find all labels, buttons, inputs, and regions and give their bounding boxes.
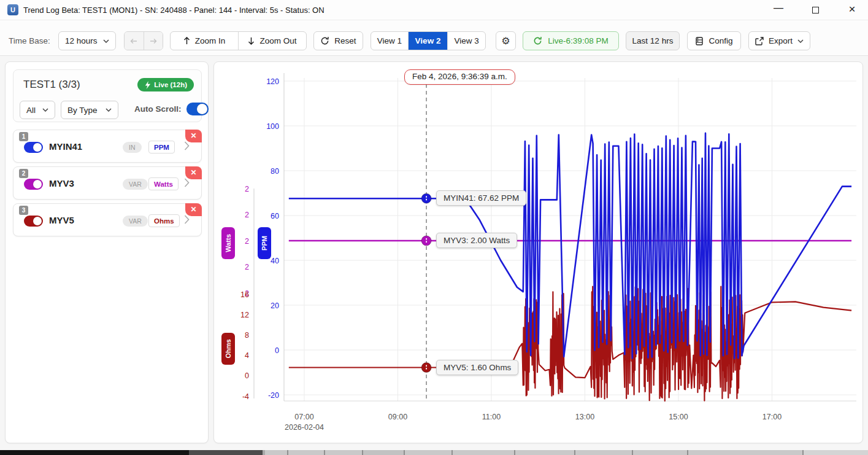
back-icon	[130, 38, 137, 44]
ppm-tick-label: 40	[271, 257, 279, 265]
filter-all-select[interactable]: All	[20, 101, 55, 119]
ppm-tick-label: -20	[268, 391, 279, 400]
marker-label-myv3: MYV3: 2.00 Watts	[436, 233, 517, 248]
live-badge: Live (12h)	[137, 78, 194, 91]
time-tick-label: 09:00	[388, 413, 407, 421]
channel-name: MYV5	[49, 215, 74, 225]
time-base-select[interactable]: 12 hours	[58, 31, 116, 50]
maximize-button[interactable]	[805, 1, 826, 18]
channel-index-badge: 2	[19, 169, 28, 178]
reset-button[interactable]: Reset	[313, 31, 363, 50]
toggle-knob	[33, 180, 42, 189]
back-button[interactable]	[125, 32, 144, 50]
view-group: View 1 View 2 View 3	[371, 31, 486, 50]
taskbar-sliver[interactable]	[0, 450, 868, 455]
time-tick-label: 15:00	[669, 413, 688, 421]
arrow-down-icon	[248, 37, 255, 45]
ppm-axis-pill: PPM	[258, 227, 271, 259]
zoom-in-button[interactable]: Zoom In	[171, 32, 238, 50]
ppm-tick-label: 60	[271, 212, 279, 220]
zoom-out-button[interactable]: Zoom Out	[238, 32, 306, 50]
tab-view-1[interactable]: View 1	[371, 32, 408, 50]
time-tick-label: 07:00	[294, 413, 313, 421]
channel-item-myv3[interactable]: 2 MYV3 VAR Watts ✕	[13, 166, 202, 200]
marker-label-myin41: MYIN41: 67.62 PPM	[436, 190, 526, 206]
cursor-marker-myv5	[421, 363, 431, 373]
tab-view-3[interactable]: View 3	[447, 32, 485, 50]
trend-chart-panel[interactable]: 120100806040200-20222221612840-407:0009:…	[213, 61, 863, 443]
app-icon: U	[7, 4, 18, 15]
live-status-button[interactable]: Live-6:39:08 PM	[523, 31, 619, 50]
channel-toggle[interactable]	[24, 216, 43, 227]
reset-label: Reset	[334, 36, 356, 45]
zoom-in-label: Zoom In	[195, 36, 226, 45]
toggle-knob	[33, 143, 42, 152]
main-area: TEST1 (3/3) Live (12h) All By Type Auto …	[0, 56, 868, 450]
cursor-marker-myv3	[421, 236, 431, 246]
filter-all-value: All	[26, 106, 36, 115]
close-button[interactable]: ×	[842, 1, 862, 18]
chevron-right-icon[interactable]	[184, 215, 190, 224]
last-range-label: Last 12 hrs	[632, 36, 674, 45]
cursor-marker-myin41	[421, 193, 431, 203]
history-nav-group	[124, 31, 163, 50]
tab-view-2[interactable]: View 2	[408, 32, 448, 50]
ohms-tick-label: 4	[245, 351, 249, 360]
live-badge-label: Live (12h)	[154, 81, 187, 88]
watts-tick-label: 2	[245, 237, 249, 246]
chevron-right-icon[interactable]	[184, 141, 190, 150]
watts-tick-label: 2	[245, 211, 249, 219]
zoom-out-label: Zoom Out	[259, 36, 296, 45]
refresh-icon	[533, 36, 542, 45]
forward-icon	[150, 38, 157, 44]
channel-item-myin41[interactable]: 1 MYIN41 IN PPM ✕	[13, 130, 202, 163]
sidebar-header: TEST1 (3/3) Live (12h) All By Type Auto …	[13, 69, 202, 122]
export-button[interactable]: Export	[748, 31, 810, 50]
time-tick-label: 13:00	[575, 413, 594, 421]
auto-scroll-label: Auto Scroll:	[134, 104, 182, 114]
config-button[interactable]: Config	[687, 31, 741, 50]
channel-type-tag: VAR	[123, 216, 148, 227]
last-range-button[interactable]: Last 12 hrs	[626, 31, 680, 50]
channel-item-myv5[interactable]: 3 MYV5 VAR Ohms ✕	[13, 203, 202, 236]
title-bar: U Trend Log Beta: TEST1 (MON1) - SN: 240…	[0, 0, 868, 20]
config-label: Config	[709, 36, 732, 45]
remove-channel-button[interactable]: ✕	[185, 130, 202, 142]
config-icon	[695, 37, 704, 45]
remove-channel-button[interactable]: ✕	[185, 203, 202, 216]
window-title: Trend Log Beta: TEST1 (MON1) - SN: 24048…	[23, 6, 325, 15]
chevron-down-icon	[106, 108, 112, 112]
marker-label-myv5: MYV5: 1.60 Ohms	[436, 360, 518, 375]
channel-unit-pill: PPM	[148, 141, 175, 154]
ppm-tick-label: 20	[271, 301, 279, 310]
toggle-knob	[33, 217, 42, 225]
gear-icon: ⚙	[501, 35, 510, 47]
channel-type-tag: VAR	[123, 179, 148, 190]
channel-name: MYV3	[49, 178, 74, 189]
chevron-right-icon[interactable]	[184, 178, 190, 187]
ohms-tick-label: 16	[240, 290, 249, 299]
live-label: Live-6:39:08 PM	[548, 36, 608, 45]
ohms-axis-pill: Ohms	[221, 333, 235, 365]
channel-type-tag: IN	[123, 142, 142, 153]
settings-button[interactable]: ⚙	[496, 31, 516, 50]
toolbar: Time Base: 12 hours Zoom In Zoom Out	[0, 20, 868, 56]
toggle-knob	[197, 104, 207, 114]
channel-unit-pill: Ohms	[148, 214, 180, 227]
auto-scroll-toggle[interactable]	[186, 103, 209, 115]
watts-tick-label: 2	[245, 263, 249, 271]
trend-chart[interactable]: 120100806040200-20222221612840-407:0009:…	[214, 62, 864, 444]
remove-channel-button[interactable]: ✕	[185, 166, 202, 179]
zoom-group: Zoom In Zoom Out	[170, 31, 307, 50]
forward-button[interactable]	[144, 32, 163, 50]
date-label: 2026-02-04	[285, 423, 324, 432]
channel-name: MYIN41	[49, 141, 82, 152]
time-tick-label: 17:00	[762, 413, 782, 421]
filter-by-type-select[interactable]: By Type	[61, 101, 118, 119]
channel-toggle[interactable]	[24, 179, 43, 190]
cursor-time-tooltip: Feb 4, 2026, 9:36:39 a.m.	[404, 69, 515, 85]
export-label: Export	[769, 36, 793, 45]
channel-toggle[interactable]	[24, 142, 43, 153]
minimize-button[interactable]: —	[768, 1, 789, 18]
filter-by-type-value: By Type	[67, 106, 98, 115]
